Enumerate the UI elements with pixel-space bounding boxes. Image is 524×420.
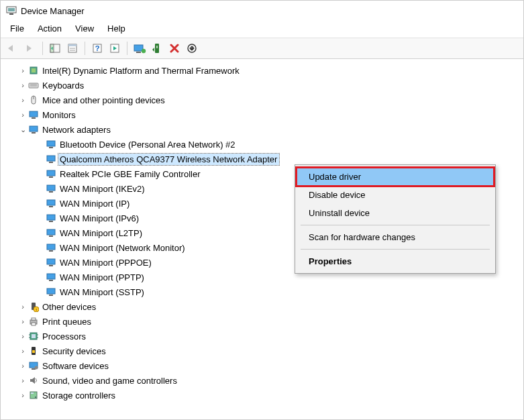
net-icon [45,212,57,224]
svg-marker-17 [152,48,154,52]
uninstall-device-button[interactable] [166,40,182,56]
tree-category-item[interactable]: ›Intel(R) Dynamic Platform and Thermal F… [3,63,521,78]
printer-icon [28,315,40,327]
back-button[interactable] [5,40,21,56]
tree-item-label: Intel(R) Dynamic Platform and Thermal Fr… [41,65,242,76]
expander-blank: · [36,140,45,148]
tree-category-item[interactable]: ›Monitors [3,107,521,122]
menu-view[interactable]: View [70,22,99,35]
tree-category-item[interactable]: ›Print queues [3,314,521,329]
menu-separator [301,249,490,250]
svg-rect-57 [49,295,53,296]
expander-blank: · [36,273,45,281]
svg-rect-43 [49,191,53,193]
show-hide-tree-button[interactable] [47,40,63,56]
update-driver-button[interactable] [132,40,148,56]
expand-icon[interactable]: › [18,81,28,89]
tree-category-item[interactable]: ⌄Network adapters [3,122,521,137]
svg-marker-75 [30,377,35,384]
disable-device-button[interactable] [184,40,200,56]
monitor-icon [28,123,40,136]
svg-rect-1 [8,8,15,11]
menu-uninstall-device[interactable]: Uninstall device [297,204,494,222]
tree-category-item[interactable]: ›Storage controllers [3,388,521,403]
svg-rect-33 [32,117,36,119]
expander-blank: · [36,214,45,222]
monitor-icon [28,109,40,121]
tree-category-item[interactable]: ›Processors [3,329,521,344]
expand-icon[interactable]: › [18,362,28,370]
net-icon [45,168,57,180]
expand-icon[interactable]: › [18,317,28,325]
menu-help[interactable]: Help [102,22,131,35]
expander-blank: · [36,288,45,296]
svg-rect-47 [49,221,53,222]
menu-properties[interactable]: Properties [297,252,494,270]
net-icon [45,286,57,298]
properties-button[interactable] [64,40,81,56]
svg-rect-45 [49,206,53,207]
software-icon [28,360,40,372]
scan-hardware-button[interactable] [107,40,123,56]
expand-icon[interactable]: › [18,376,28,384]
device-tree[interactable]: ›Intel(R) Dynamic Platform and Thermal F… [1,59,523,420]
tree-device-item[interactable]: ·Bluetooth Device (Personal Area Network… [3,137,521,152]
svg-rect-34 [30,126,38,132]
expander-blank: · [36,155,45,163]
expand-icon[interactable]: › [18,303,28,311]
toolbar-separator [127,42,127,55]
help-button[interactable]: ? [89,40,105,56]
menubar: File Action View Help [1,21,523,38]
svg-rect-65 [32,334,36,338]
svg-point-15 [142,49,146,53]
svg-rect-14 [136,52,141,53]
tree-item-label: Security devices [41,346,108,357]
svg-rect-51 [49,250,53,252]
svg-rect-39 [49,162,53,163]
tree-category-item[interactable]: ›Sound, video and game controllers [3,373,521,388]
svg-rect-71 [32,350,35,353]
enable-device-button[interactable] [149,40,165,56]
expand-icon[interactable]: › [18,96,28,104]
tree-category-item[interactable]: ›!Other devices [3,299,521,314]
tree-device-item[interactable]: ·WAN Miniport (SSTP) [3,284,521,299]
menu-file[interactable]: File [5,22,30,35]
svg-rect-42 [47,185,55,191]
mouse-icon [28,94,40,106]
menu-disable-device[interactable]: Disable device [297,186,494,204]
net-icon [45,227,57,239]
svg-rect-55 [49,280,53,281]
tree-item-label: WAN Miniport (Network Monitor) [58,242,187,254]
menu-separator [301,225,490,225]
menu-action[interactable]: Action [32,22,67,35]
tree-item-label: WAN Miniport (SSTP) [58,286,146,298]
tree-item-label: WAN Miniport (L2TP) [58,227,144,239]
tree-item-label: Mice and other pointing devices [41,95,167,106]
menu-scan-hardware[interactable]: Scan for hardware changes [297,228,494,246]
expand-icon[interactable]: › [18,391,28,399]
svg-rect-37 [49,147,53,148]
tree-category-item[interactable]: ›Security devices [3,344,521,358]
menu-update-driver[interactable]: Update driver [297,168,494,186]
expand-icon[interactable]: › [18,332,28,340]
keyboard-icon [28,79,40,91]
tree-item-label: WAN Miniport (IPv6) [58,213,141,224]
tree-category-item[interactable]: ›Software devices [3,358,521,373]
collapse-icon[interactable]: ⌄ [18,125,28,134]
expander-blank: · [36,229,45,237]
expander-blank: · [36,199,45,207]
expand-icon[interactable]: › [18,111,28,119]
tree-item-label: WAN Miniport (IP) [58,198,132,209]
tree-item-label: WAN Miniport (PPTP) [58,272,146,283]
tree-category-item[interactable]: ›Mice and other pointing devices [3,93,521,107]
tree-category-item[interactable]: ›Keyboards [3,78,521,93]
net-icon [45,153,57,165]
expand-icon[interactable]: › [18,66,28,74]
svg-rect-53 [49,265,53,266]
storage-icon [28,389,40,401]
chip-icon [28,64,40,76]
net-icon [45,182,57,195]
forward-button[interactable] [22,40,38,56]
svg-rect-63 [32,323,36,325]
expand-icon[interactable]: › [18,347,28,355]
